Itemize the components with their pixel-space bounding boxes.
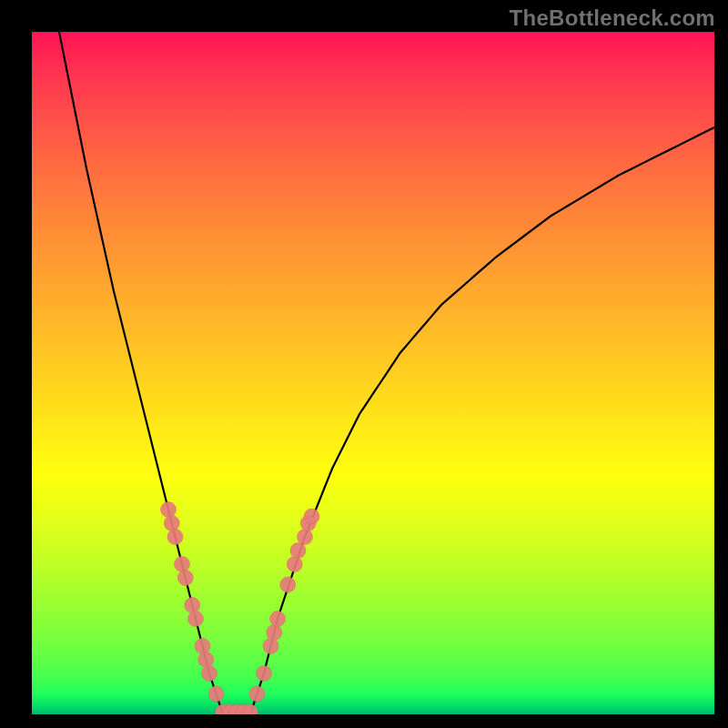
data-marker [249,686,265,702]
data-marker [263,639,278,654]
data-marker [175,557,190,572]
plot-area [32,32,714,714]
data-marker [164,516,179,531]
data-marker [208,686,224,702]
data-marker [298,530,313,545]
curve-layer [59,32,714,714]
data-marker [161,502,177,518]
data-marker [280,577,296,592]
data-marker [195,639,210,654]
curve-right-curve [250,127,714,714]
watermark-text: TheBottleneck.com [510,5,715,31]
data-marker [270,612,286,627]
data-marker [257,666,272,682]
data-marker [287,557,302,572]
data-marker [304,509,319,524]
marker-layer [161,502,320,715]
chart-container: TheBottleneck.com [0,0,728,728]
data-marker [188,612,204,627]
data-marker [198,652,214,668]
data-marker [177,571,193,586]
data-marker [202,666,217,682]
data-marker [185,598,200,613]
data-marker [290,543,306,559]
data-marker [267,625,282,641]
chart-svg [32,32,714,714]
data-marker [167,530,183,545]
